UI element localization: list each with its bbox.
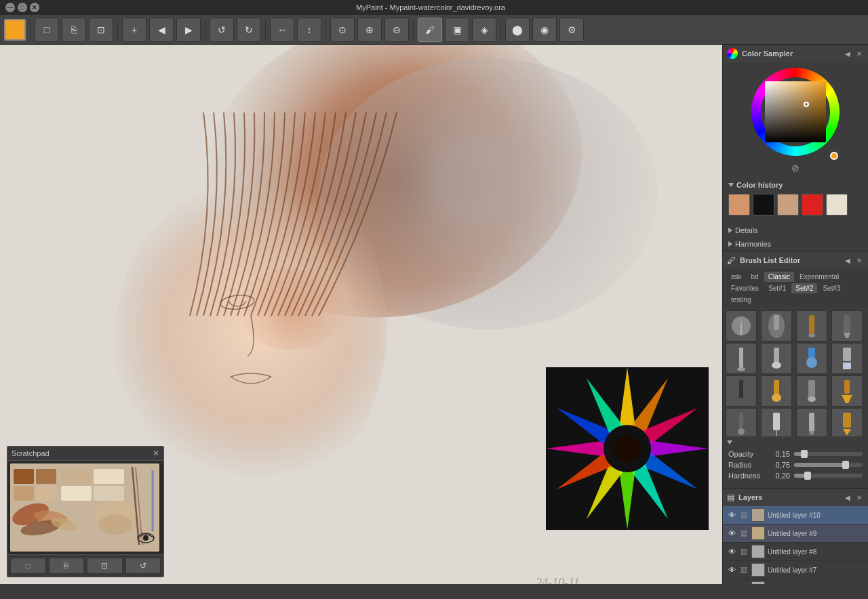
separator [30, 20, 31, 40]
brush-item-12[interactable] [831, 375, 863, 407]
brush-tab-testing[interactable]: testing [727, 295, 755, 305]
brush-item-9[interactable] [726, 375, 757, 407]
layer-row-9[interactable]: 👁 🖼 Untitled layer #9 [723, 524, 868, 543]
layer-eye-6[interactable]: 👁 [727, 583, 736, 584]
swatch-0[interactable] [728, 194, 750, 215]
layers-pin-button[interactable]: ◀ [843, 493, 852, 502]
brush-tab-experimental[interactable]: Experimental [795, 272, 843, 282]
brush-tab-set1[interactable]: Set#1 [764, 283, 790, 293]
brush-tab-bd[interactable]: bd [747, 272, 763, 282]
layer-eye-10[interactable]: 👁 [727, 510, 736, 520]
redo-button[interactable]: ↻ [237, 18, 261, 42]
brush-item-8[interactable] [831, 343, 863, 374]
brush-tab-set3[interactable]: Set#3 [818, 283, 844, 293]
layer-thumb-10 [751, 508, 765, 522]
scratchpad-header[interactable]: Scratchpad ✕ [7, 447, 163, 461]
color-sampler-header[interactable]: Color Sampler ◀ ✕ [723, 45, 868, 62]
minimize-button[interactable]: — [5, 3, 15, 12]
brush-item-15[interactable] [796, 408, 827, 436]
forward-button[interactable]: ▶ [176, 18, 201, 42]
color-wheel[interactable] [751, 68, 840, 156]
scratchpad-canvas[interactable] [10, 463, 159, 552]
swatch-3[interactable] [802, 194, 823, 215]
flip-v-button[interactable]: ↕ [297, 18, 321, 42]
color-square-picker[interactable] [765, 81, 826, 142]
zoom-out-button[interactable]: ⊖ [384, 18, 409, 42]
radius-thumb[interactable] [842, 461, 849, 469]
brush-editor-pin-button[interactable]: ◀ [843, 255, 852, 265]
add-button[interactable]: + [122, 18, 146, 42]
close-button[interactable]: ✕ [30, 3, 39, 12]
new-layer-button[interactable]: □ [35, 18, 59, 42]
brush-tool-button[interactable]: 🖌 [418, 18, 442, 42]
brush-item-16[interactable] [831, 408, 863, 436]
radius-value: 0,75 [770, 461, 790, 469]
color-picker-button[interactable]: ⬤ [505, 18, 530, 42]
sp-copy-button[interactable]: ⎘ [49, 558, 85, 574]
undo-button[interactable]: ↺ [210, 18, 234, 42]
color-sampler-pin-button[interactable]: ◀ [843, 49, 852, 58]
crop-button[interactable]: ⊡ [89, 18, 113, 42]
brush-item-5[interactable] [726, 343, 757, 374]
eraser-tool-button[interactable]: ◈ [472, 18, 496, 42]
layers-panel: ▤ Layers ◀ ✕ 👁 🖼 Untitled layer #10 👁 🖼 [723, 489, 868, 584]
settings-button[interactable]: ⚙ [559, 18, 584, 42]
hardness-thumb[interactable] [804, 472, 811, 480]
zoom-in-button[interactable]: ⊕ [357, 18, 382, 42]
back-button[interactable]: ◀ [149, 18, 174, 42]
brush-item-13[interactable] [726, 408, 757, 436]
layer-row-7[interactable]: 👁 🖼 Untitled layer #7 [723, 561, 868, 579]
brush-item-1[interactable] [726, 310, 757, 342]
sp-paste-button[interactable]: ⊡ [87, 558, 123, 574]
sp-undo-button[interactable]: ↺ [125, 558, 161, 574]
canvas-area[interactable]: Scratchpad ✕ [0, 45, 722, 584]
layers-close-button[interactable]: ✕ [854, 493, 864, 502]
brush-item-14[interactable] [761, 408, 792, 436]
clone-button[interactable]: ⎘ [62, 18, 86, 42]
brush-tab-classic[interactable]: Classic [764, 272, 794, 282]
details-row[interactable]: Details [723, 224, 868, 237]
radius-track[interactable] [794, 463, 863, 467]
brush-collapse-row[interactable] [723, 436, 868, 447]
color-square[interactable] [4, 19, 26, 41]
brush-tab-favorites[interactable]: Favorites [727, 283, 763, 293]
zoom-fit-button[interactable]: ⊙ [330, 18, 355, 42]
brush-item-11[interactable] [796, 375, 827, 407]
opacity-thumb[interactable] [801, 450, 808, 458]
layer-eye-7[interactable]: 👁 [727, 565, 736, 575]
sp-new-button[interactable]: □ [10, 558, 46, 574]
brush-item-2[interactable] [761, 310, 792, 342]
swatch-4[interactable] [826, 194, 848, 215]
flip-h-button[interactable]: ↔ [270, 18, 294, 42]
color-ring[interactable] [751, 68, 840, 156]
layer-row-6[interactable]: 👁 🖼 Untitled layer #6 [723, 579, 868, 584]
opacity-track[interactable] [794, 452, 863, 456]
brush-tab-set2[interactable]: Set#2 [791, 283, 817, 293]
brush-editor-header[interactable]: 🖊 Brush List Editor ◀ ✕ [723, 251, 868, 269]
select-tool-button[interactable]: ▣ [445, 18, 469, 42]
brush-item-6[interactable] [761, 343, 792, 374]
scratchpad-close-icon[interactable]: ✕ [153, 449, 159, 458]
layer-eye-9[interactable]: 👁 [727, 529, 736, 538]
layer-row-8[interactable]: 👁 🖼 Untitled layer #8 [723, 543, 868, 561]
brush-item-10[interactable] [761, 375, 792, 407]
swatch-2[interactable] [777, 194, 799, 215]
brush-tab-ask[interactable]: ask [727, 272, 746, 282]
maximize-button[interactable]: □ [18, 3, 27, 12]
layer-eye-8[interactable]: 👁 [727, 547, 736, 556]
layer-row-10[interactable]: 👁 🖼 Untitled layer #10 [723, 506, 868, 524]
hardness-track[interactable] [794, 474, 863, 478]
svg-rect-40 [844, 315, 850, 333]
brush-item-7[interactable] [796, 343, 827, 374]
color-history-header[interactable]: Color history [728, 179, 863, 191]
color-sq-dark [765, 81, 826, 142]
fill-button[interactable]: ◉ [532, 18, 557, 42]
harmonies-row[interactable]: Harmonies [723, 237, 868, 251]
brush-item-4[interactable] [831, 310, 863, 342]
layers-header[interactable]: ▤ Layers ◀ ✕ [723, 489, 868, 506]
brush-item-3[interactable] [796, 310, 827, 342]
brush-editor-close-button[interactable]: ✕ [854, 255, 864, 265]
swatch-1[interactable] [753, 194, 774, 215]
eyedropper-btn[interactable]: ⊘ [723, 161, 868, 176]
color-sampler-close-button[interactable]: ✕ [854, 49, 864, 58]
